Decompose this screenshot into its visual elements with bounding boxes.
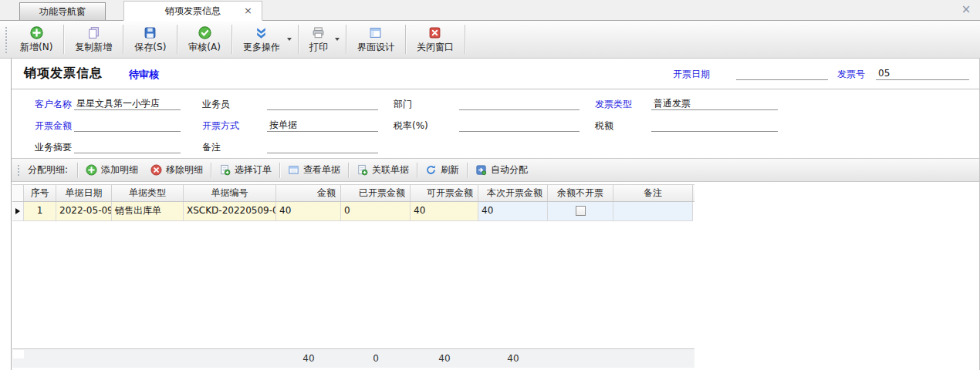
summary-amount: 40 [276, 349, 341, 368]
row-header-cell [12, 202, 24, 221]
tax-rate-field[interactable] [459, 119, 580, 132]
cell-seq: 1 [24, 202, 56, 221]
invoice-no-field[interactable]: 05 [876, 67, 969, 80]
customer-field[interactable]: 星星文具第一小学店 [74, 97, 181, 110]
tab-close-icon[interactable]: × [244, 2, 252, 21]
col-doc-type[interactable]: 单据类型 [112, 185, 184, 201]
tab-sales-invoice-info[interactable]: 销项发票信息 × [123, 1, 262, 21]
cell-doc-no: XSCKD-20220509-0004 [184, 202, 276, 221]
link-doc-button[interactable]: 关联单据 [350, 161, 415, 179]
col-current-invoice-amount[interactable]: 本次开票金额 [478, 185, 548, 201]
status-badge: 待审核 [129, 68, 159, 82]
window-close-icon[interactable]: × [958, 2, 974, 17]
business-summary-field[interactable] [74, 140, 181, 153]
document-add-icon [219, 164, 231, 176]
remove-detail-button[interactable]: 移除明细 [144, 161, 209, 179]
col-invoiceable-amount[interactable]: 可开票金额 [411, 185, 478, 201]
auto-assign-icon [475, 164, 487, 176]
tab-strip: 功能导航窗 销项发票信息 × × [0, 0, 980, 21]
grid-corner-cell [12, 185, 24, 201]
summary-spacer [112, 349, 184, 368]
toolbar-separator [123, 25, 123, 54]
ui-design-button[interactable]: 界面设计 [347, 21, 404, 58]
new-button[interactable]: 新增(N) [10, 21, 63, 58]
col-doc-no[interactable]: 单据编号 [184, 185, 276, 201]
audit-button[interactable]: 审核(A) [178, 21, 231, 58]
invoice-form: 客户名称 星星文具第一小学店 业务员 部门 发票类型 普通发票 开票金额 开票方… [12, 89, 979, 158]
summary-invoiceable-amount: 40 [411, 349, 478, 368]
invoice-type-label: 发票类型 [595, 98, 632, 111]
invoice-amount-label: 开票金额 [35, 119, 72, 133]
col-amount[interactable]: 金额 [276, 185, 341, 201]
print-button[interactable]: 打印 [299, 21, 345, 58]
invoice-type-field[interactable]: 普通发票 [651, 97, 778, 110]
invoice-date-field[interactable] [736, 67, 828, 80]
auto-assign-button[interactable]: 自动分配 [469, 161, 534, 179]
detail-toolbar-grip[interactable] [16, 163, 20, 177]
content-panel: 销项发票信息 待审核 开票日期 发票号 05 客户名称 星星文具第一小学店 业务… [11, 59, 980, 370]
detail-separator [77, 163, 78, 178]
col-doc-date[interactable]: 单据日期 [56, 185, 112, 201]
col-seq[interactable]: 序号 [24, 185, 56, 201]
layout-design-icon [369, 26, 382, 39]
invoice-date-label: 开票日期 [673, 68, 710, 81]
remark-label: 备注 [202, 141, 221, 154]
invoice-amount-field[interactable] [74, 119, 181, 132]
summary-spacer [24, 349, 56, 368]
detail-separator [211, 163, 211, 178]
col-remark[interactable]: 备注 [613, 185, 693, 201]
add-icon [30, 26, 43, 39]
table-row[interactable]: 1 2022-05-09 销售出库单 XSCKD-20220509-0004 4… [12, 202, 694, 221]
copy-new-button[interactable]: 复制新增 [65, 21, 122, 58]
main-toolbar: 新增(N) 复制新增 保存(S) 审核(A) 更多操作 [0, 21, 980, 59]
form-row-3: 业务摘要 备注 [12, 139, 979, 156]
tax-amount-label: 税额 [595, 119, 613, 133]
tax-amount-field[interactable] [651, 119, 778, 132]
salesman-field[interactable] [267, 97, 378, 110]
toolbar-grip[interactable] [4, 25, 8, 53]
tax-rate-label: 税率(%) [394, 119, 428, 133]
no-invoice-balance-checkbox[interactable] [576, 206, 586, 216]
dropdown-arrow-icon[interactable] [335, 38, 340, 43]
printer-icon [312, 26, 325, 39]
copy-icon [87, 26, 100, 39]
cell-doc-date: 2022-05-09 [56, 202, 112, 221]
summary-spacer [548, 349, 613, 368]
select-order-button[interactable]: 选择订单 [213, 161, 278, 179]
close-icon [428, 26, 441, 39]
invoice-no-label: 发票号 [837, 68, 865, 81]
view-table-icon [288, 164, 299, 176]
department-field[interactable] [459, 97, 580, 110]
more-actions-button[interactable]: 更多操作 [233, 21, 297, 58]
save-button[interactable]: 保存(S) [124, 21, 176, 58]
document-link-icon [357, 164, 368, 176]
invoice-method-field[interactable]: 按单据 [267, 119, 378, 132]
cell-current-invoice-amount[interactable]: 40 [478, 202, 548, 221]
summary-spacer [184, 349, 276, 368]
cell-amount: 40 [276, 202, 341, 221]
toolbar-separator [465, 25, 465, 54]
double-chevron-down-icon [255, 26, 268, 39]
dropdown-arrow-icon[interactable] [287, 38, 292, 43]
cell-remark[interactable] [613, 202, 693, 221]
summary-spacer [56, 349, 112, 368]
remark-field[interactable] [267, 140, 378, 153]
view-doc-button[interactable]: 查看单据 [282, 161, 346, 179]
add-detail-button[interactable]: 添加明细 [79, 161, 144, 179]
col-invoiced-amount[interactable]: 已开票金额 [341, 185, 411, 201]
close-window-button[interactable]: 关闭窗口 [407, 21, 464, 58]
allocation-grid: 序号 单据日期 单据类型 单据编号 金额 已开票金额 可开票金额 本次开票金额 … [12, 184, 694, 221]
cell-invoiced-amount: 0 [341, 202, 411, 221]
col-no-invoice-balance[interactable]: 余额不开票 [548, 185, 613, 201]
detail-separator [417, 163, 417, 178]
remove-circle-icon [150, 164, 162, 176]
detail-section-label: 分配明细: [23, 163, 76, 177]
save-icon [144, 26, 157, 39]
toolbar-separator [346, 25, 346, 54]
refresh-button[interactable]: 刷新 [419, 161, 465, 179]
toolbar-separator [231, 25, 232, 54]
tab-function-navigator[interactable]: 功能导航窗 [19, 2, 106, 20]
form-row-2: 开票金额 开票方式 按单据 税率(%) 税额 [12, 117, 979, 134]
department-label: 部门 [394, 98, 412, 111]
cell-doc-type: 销售出库单 [112, 202, 184, 221]
